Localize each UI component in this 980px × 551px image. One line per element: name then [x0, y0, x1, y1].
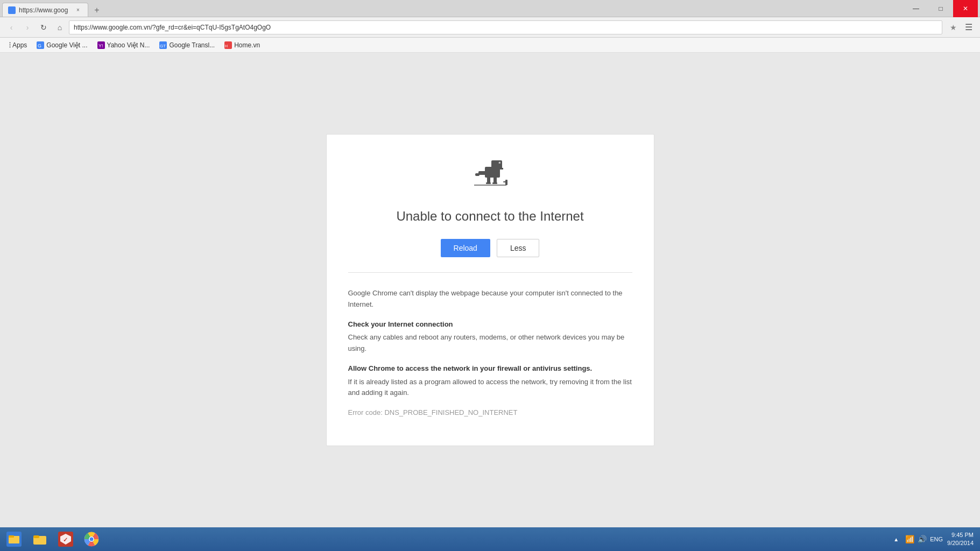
content-area: Unable to connect to the Internet Reload… — [0, 53, 980, 527]
svg-rect-11 — [499, 163, 500, 164]
forward-button[interactable]: › — [20, 20, 34, 34]
bookmark-favicon-translate: GT — [159, 41, 167, 49]
bookmark-label-yahoo-viet: Yahoo Việt N... — [107, 41, 150, 49]
bookmark-google-viet[interactable]: G Google Việt ... — [32, 39, 91, 51]
tab-bar: https://www.goog × + — [2, 0, 899, 17]
title-bar: https://www.goog × + — □ ✕ — [0, 0, 980, 17]
back-button[interactable]: ‹ — [4, 20, 18, 34]
language-label: ENG — [930, 536, 943, 542]
bookmark-google-translate[interactable]: GT Google Transl... — [155, 39, 219, 51]
dino-icon — [469, 156, 512, 194]
error-details: Google Chrome can't display the webpage … — [348, 288, 632, 419]
bookmarks-bar: ⁝ Apps G Google Việt ... Y! Yahoo Việt N… — [0, 38, 980, 53]
reload-page-button[interactable]: Reload — [441, 239, 490, 257]
apps-grid-icon: ⁝ — [9, 41, 11, 50]
error-code: Error code: DNS_PROBE_FINISHED_NO_INTERN… — [348, 407, 632, 419]
minimize-button[interactable]: — — [904, 0, 928, 17]
system-tray: ▲ 📶 🔊 ENG 9:45 PM 9/20/2014 — [889, 531, 978, 548]
address-bar[interactable]: https://www.google.com.vn/?gfe_rd=cr&ei=… — [69, 20, 942, 34]
svg-rect-16 — [487, 176, 490, 183]
taskbar: ✓ ▲ � — [0, 527, 980, 551]
taskbar-icon-antivirus[interactable]: ✓ — [54, 529, 77, 549]
tray-date-display: 9/20/2014 — [947, 539, 974, 547]
section2-title: Allow Chrome to access the network in yo… — [348, 363, 632, 375]
tray-expand-button[interactable]: ▲ — [893, 536, 899, 542]
bookmark-home-vn[interactable]: H Home.vn — [220, 39, 264, 51]
bookmark-apps[interactable]: ⁝ Apps — [4, 39, 31, 51]
svg-rect-17 — [493, 176, 497, 183]
home-button[interactable]: ⌂ — [53, 20, 67, 34]
taskbar-icon-folder[interactable] — [28, 529, 52, 549]
svg-rect-9 — [491, 160, 502, 169]
apps-label: Apps — [12, 41, 27, 49]
active-tab[interactable]: https://www.goog × — [2, 3, 88, 17]
svg-text:Y!: Y! — [98, 43, 103, 48]
tab-favicon — [8, 6, 16, 14]
bookmark-label-google-viet: Google Việt ... — [46, 41, 87, 49]
network-icon: 📶 — [905, 535, 914, 543]
bookmark-favicon-yahoo: Y! — [97, 41, 105, 49]
svg-text:H: H — [225, 44, 228, 48]
dino-area — [348, 156, 632, 196]
error-panel: Unable to connect to the Internet Reload… — [326, 134, 654, 446]
less-button[interactable]: Less — [497, 239, 540, 257]
bookmark-label-translate: Google Transl... — [169, 41, 215, 49]
section2-body: If it is already listed as a program all… — [348, 377, 632, 399]
svg-rect-22 — [503, 181, 506, 182]
svg-rect-21 — [505, 180, 507, 185]
address-text: https://www.google.com.vn/?gfe_rd=cr&ei=… — [74, 24, 937, 31]
svg-text:G: G — [38, 43, 41, 48]
navigation-bar: ‹ › ↻ ⌂ https://www.google.com.vn/?gfe_r… — [0, 17, 980, 38]
svg-rect-19 — [492, 182, 497, 184]
chrome-menu-button[interactable]: ☰ — [962, 20, 976, 34]
svg-rect-27 — [33, 535, 39, 538]
taskbar-icon-chrome[interactable] — [80, 529, 103, 549]
bookmark-star-button[interactable]: ★ — [947, 21, 960, 34]
taskbar-icon-file-explorer[interactable] — [2, 529, 26, 549]
reload-button[interactable]: ↻ — [37, 20, 51, 34]
bookmark-favicon-home: H — [224, 41, 232, 49]
svg-rect-18 — [486, 182, 491, 184]
svg-rect-15 — [475, 173, 480, 176]
tray-time-display: 9:45 PM — [947, 531, 974, 539]
svg-rect-12 — [500, 168, 503, 169]
browser-window: https://www.goog × + — □ ✕ ‹ › ↻ ⌂ https… — [0, 0, 980, 551]
tray-icons: 📶 🔊 ENG — [905, 535, 943, 543]
window-controls: — □ ✕ — [904, 0, 978, 17]
error-title: Unable to connect to the Internet — [348, 209, 632, 224]
bookmark-yahoo-viet[interactable]: Y! Yahoo Việt N... — [93, 39, 154, 51]
maximize-button[interactable]: □ — [928, 0, 953, 17]
svg-text:✓: ✓ — [63, 536, 68, 543]
tab-close-button[interactable]: × — [74, 6, 82, 15]
bookmark-favicon-google: G — [37, 41, 44, 49]
bookmark-label-home-vn: Home.vn — [234, 41, 260, 49]
new-tab-button[interactable]: + — [90, 4, 103, 17]
svg-text:GT: GT — [160, 44, 166, 48]
svg-rect-25 — [9, 535, 14, 538]
svg-point-36 — [90, 538, 94, 541]
volume-icon: 🔊 — [918, 535, 927, 543]
tab-title: https://www.goog — [19, 6, 70, 14]
close-button[interactable]: ✕ — [953, 0, 978, 17]
buttons-row: Reload Less — [348, 239, 632, 273]
svg-rect-14 — [478, 171, 486, 175]
svg-rect-13 — [490, 174, 493, 176]
tray-clock: 9:45 PM 9/20/2014 — [947, 531, 974, 548]
error-intro: Google Chrome can't display the webpage … — [348, 288, 632, 310]
section1-body: Check any cables and reboot any routers,… — [348, 332, 632, 355]
section1-title: Check your Internet connection — [348, 319, 632, 330]
